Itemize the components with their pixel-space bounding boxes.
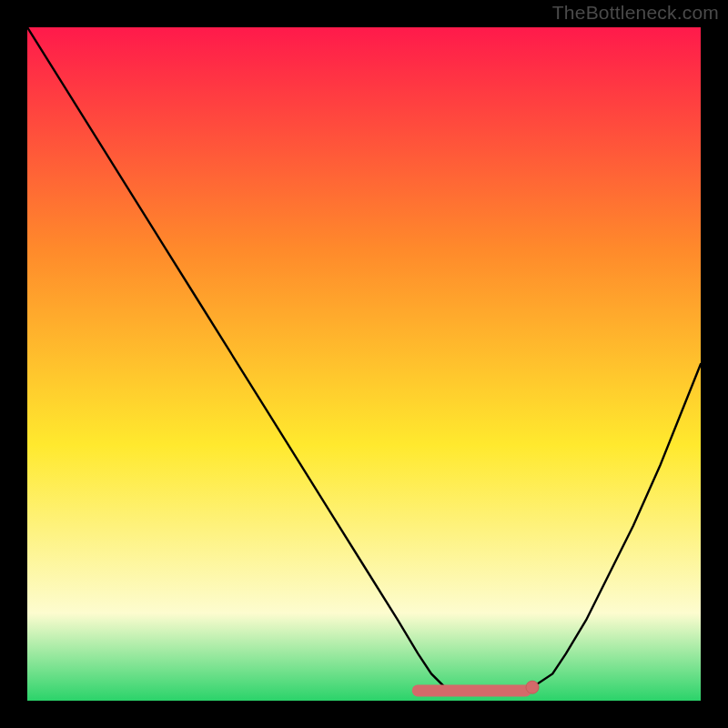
chart-outer-frame: TheBottleneck.com — [0, 0, 728, 728]
marker-dot — [526, 681, 539, 693]
plot-area — [27, 27, 701, 701]
watermark-text: TheBottleneck.com — [552, 2, 719, 24]
bottleneck-chart — [27, 27, 701, 701]
gradient-background — [27, 27, 701, 701]
